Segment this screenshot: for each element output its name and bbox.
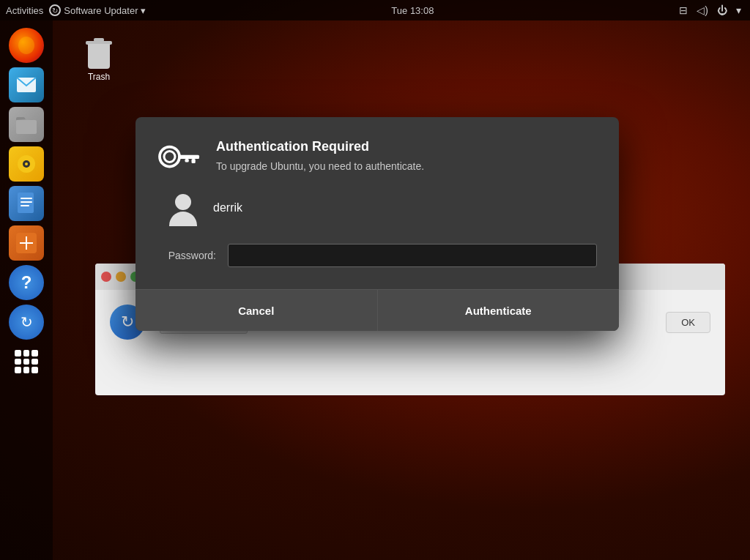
dialog-title: Authentication Required — [216, 139, 424, 154]
dock-item-update[interactable]: ↻ — [9, 305, 44, 340]
software-updater-label: Software Updater — [64, 5, 138, 16]
clock: Tue 13:08 — [391, 5, 434, 16]
dialog-footer: Cancel Authenticate — [135, 289, 619, 331]
power-icon[interactable]: ⏻ — [717, 4, 727, 16]
dock-item-help[interactable]: ? — [9, 265, 44, 300]
dock-item-firefox[interactable] — [9, 28, 44, 63]
dock-item-docs[interactable] — [9, 186, 44, 221]
svg-point-14 — [164, 152, 175, 163]
username-label: derrik — [213, 201, 242, 214]
auth-dialog: Authentication Required To upgrade Ubunt… — [135, 117, 619, 331]
authenticate-button[interactable]: Authenticate — [378, 290, 620, 331]
user-section: derrik — [157, 190, 597, 226]
svg-rect-8 — [21, 201, 32, 203]
avatar-head — [175, 194, 191, 210]
svg-point-5 — [25, 163, 28, 165]
trash-icon[interactable]: Trash — [84, 37, 114, 82]
dropdown-icon[interactable]: ▾ — [736, 4, 741, 16]
dock-item-email[interactable] — [9, 67, 44, 102]
trash-label: Trash — [88, 72, 110, 82]
password-row: Password: — [157, 244, 597, 267]
dialog-header: Authentication Required To upgrade Ubunt… — [157, 139, 597, 172]
top-panel: Activities ↻ Software Updater ▾ Tue 13:0… — [0, 0, 750, 20]
trash-graphic — [84, 37, 114, 69]
volume-icon[interactable]: ◁) — [697, 4, 708, 16]
dock: ? ↻ — [0, 20, 53, 560]
dock-item-music[interactable] — [9, 146, 44, 182]
updater-icon: ↻ — [49, 4, 61, 16]
svg-rect-16 — [192, 159, 196, 163]
dock-item-files[interactable] — [9, 107, 44, 142]
svg-rect-17 — [185, 159, 189, 163]
avatar-body — [169, 212, 197, 226]
close-window-button[interactable] — [101, 272, 111, 282]
dropdown-arrow-icon: ▾ — [141, 5, 146, 16]
user-avatar — [165, 190, 201, 226]
svg-rect-2 — [16, 120, 37, 134]
dialog-subtitle: To upgrade Ubuntu, you need to authentic… — [216, 160, 424, 172]
password-input[interactable] — [228, 244, 597, 267]
activities-button[interactable]: Activities — [6, 5, 43, 16]
dock-item-store[interactable] — [9, 225, 44, 261]
minimize-window-button[interactable] — [116, 272, 126, 282]
cancel-button[interactable]: Cancel — [135, 290, 378, 331]
password-label: Password: — [157, 250, 216, 261]
svg-rect-9 — [21, 205, 29, 206]
network-icon[interactable]: ⊟ — [679, 4, 688, 16]
show-apps-button[interactable] — [9, 344, 44, 379]
ok-button[interactable]: OK — [666, 312, 710, 333]
svg-rect-12 — [26, 236, 27, 250]
svg-rect-15 — [179, 155, 200, 159]
key-icon — [157, 142, 201, 171]
software-updater-indicator[interactable]: ↻ Software Updater ▾ — [49, 4, 146, 16]
svg-point-13 — [160, 147, 179, 167]
svg-rect-7 — [21, 198, 32, 199]
